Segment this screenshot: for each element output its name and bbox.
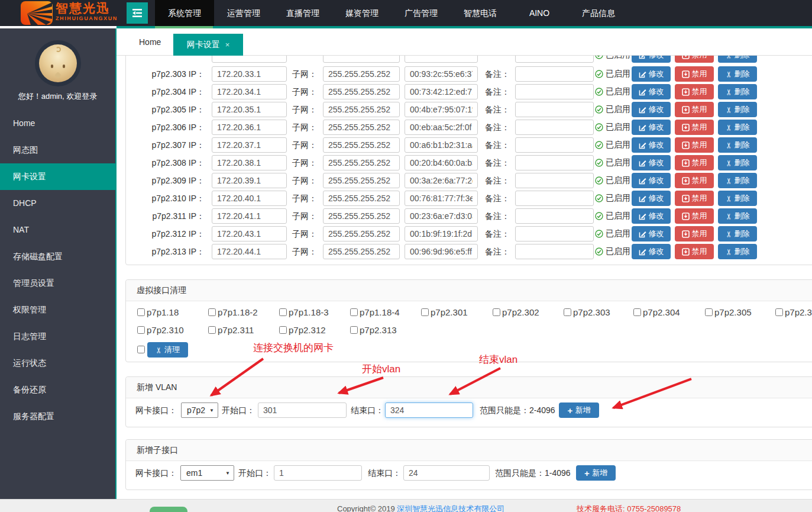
edit-button[interactable]: 修改 bbox=[632, 66, 671, 82]
delete-button[interactable]: ✂删除 bbox=[718, 66, 757, 82]
checkbox-p7p2.311[interactable] bbox=[208, 326, 216, 334]
mac-input[interactable] bbox=[405, 56, 478, 63]
vlan-start-input[interactable] bbox=[258, 402, 347, 418]
checkbox-p7p2.305[interactable] bbox=[705, 308, 713, 316]
nav-item-产品信息[interactable]: 产品信息 bbox=[569, 0, 628, 26]
delete-button[interactable]: ✂删除 bbox=[718, 102, 757, 117]
note-input[interactable] bbox=[515, 120, 594, 135]
cleanup-checkbox-p7p2.303[interactable]: p7p2.303 bbox=[564, 307, 610, 317]
ip-input[interactable] bbox=[212, 226, 287, 241]
cleanup-checkbox-p7p2.302[interactable]: p7p2.302 bbox=[493, 307, 539, 317]
edit-button[interactable]: 修改 bbox=[632, 155, 671, 170]
subif-add-button[interactable]: + 新增 bbox=[576, 465, 616, 481]
checkbox-p7p2.306[interactable] bbox=[775, 308, 783, 316]
note-input[interactable] bbox=[515, 102, 594, 117]
mac-input[interactable] bbox=[405, 226, 478, 241]
ip-input[interactable] bbox=[212, 66, 287, 82]
note-input[interactable] bbox=[515, 208, 594, 224]
cleanup-checkbox-p7p2.306[interactable]: p7p2.306 bbox=[775, 307, 812, 317]
sidebar-item-NAT[interactable]: NAT bbox=[0, 217, 115, 243]
sidebar-item-管理员设置[interactable]: 管理员设置 bbox=[0, 270, 115, 297]
subnet-input[interactable] bbox=[323, 56, 400, 63]
edit-button[interactable]: 修改 bbox=[632, 244, 671, 259]
chat-pill-button[interactable] bbox=[150, 507, 187, 512]
cleanup-checkbox-p7p1.18-4[interactable]: p7p1.18-4 bbox=[350, 307, 400, 317]
subif-end-input[interactable] bbox=[403, 465, 490, 481]
close-icon[interactable]: × bbox=[225, 40, 230, 49]
note-input[interactable] bbox=[515, 244, 594, 259]
ip-input[interactable] bbox=[212, 137, 287, 153]
edit-button[interactable]: 修改 bbox=[632, 84, 671, 99]
mac-input[interactable] bbox=[405, 66, 478, 82]
cleanup-checkbox-p7p2.305[interactable]: p7p2.305 bbox=[705, 307, 752, 317]
disable-button[interactable]: 禁用 bbox=[675, 137, 714, 153]
cleanup-checkbox-p7p1.18[interactable]: p7p1.18 bbox=[137, 307, 179, 317]
delete-button[interactable]: ✂删除 bbox=[718, 155, 757, 170]
ip-input[interactable] bbox=[212, 208, 287, 224]
subnet-input[interactable] bbox=[323, 84, 400, 99]
tab-home[interactable]: Home bbox=[139, 28, 161, 56]
sidebar-item-存储磁盘配置[interactable]: 存储磁盘配置 bbox=[0, 243, 115, 270]
cleanup-checkbox-p7p1.18-2[interactable]: p7p1.18-2 bbox=[208, 307, 258, 317]
note-input[interactable] bbox=[515, 155, 594, 170]
edit-button[interactable]: 修改 bbox=[632, 173, 671, 188]
subif-start-input[interactable] bbox=[274, 465, 362, 481]
subnet-input[interactable] bbox=[323, 208, 400, 224]
disable-button[interactable]: 禁用 bbox=[675, 56, 714, 63]
disable-button[interactable]: 禁用 bbox=[675, 191, 714, 206]
mac-input[interactable] bbox=[405, 120, 478, 135]
edit-button[interactable]: 修改 bbox=[632, 208, 671, 224]
cleanup-checkbox-p7p1.18-3[interactable]: p7p1.18-3 bbox=[279, 307, 329, 317]
nav-item-系统管理[interactable]: 系统管理 bbox=[155, 0, 214, 26]
cleanup-checkbox-p7p2.313[interactable]: p7p2.313 bbox=[350, 325, 397, 335]
note-input[interactable] bbox=[515, 191, 594, 206]
delete-button[interactable]: ✂删除 bbox=[718, 56, 757, 63]
edit-button[interactable]: 修改 bbox=[632, 137, 671, 153]
mac-input[interactable] bbox=[405, 137, 478, 153]
cleanup-checkbox-p7p2.304[interactable]: p7p2.304 bbox=[633, 307, 680, 317]
ip-input[interactable] bbox=[212, 173, 287, 188]
delete-button[interactable]: ✂删除 bbox=[718, 173, 757, 188]
checkbox-p7p1.18-3[interactable] bbox=[279, 308, 287, 316]
delete-button[interactable]: ✂删除 bbox=[718, 191, 757, 206]
mac-input[interactable] bbox=[405, 191, 478, 206]
subnet-input[interactable] bbox=[323, 66, 400, 82]
subnet-input[interactable] bbox=[323, 226, 400, 241]
sidebar-item-备份还原[interactable]: 备份还原 bbox=[0, 376, 115, 403]
nav-item-广告管理[interactable]: 广告管理 bbox=[392, 0, 451, 26]
sidebar-item-日志管理[interactable]: 日志管理 bbox=[0, 323, 115, 350]
sidebar-item-服务器配置[interactable]: 服务器配置 bbox=[0, 403, 115, 430]
note-input[interactable] bbox=[515, 226, 594, 241]
sidebar-item-网卡设置[interactable]: 网卡设置 bbox=[0, 163, 115, 190]
subnet-input[interactable] bbox=[323, 155, 400, 170]
note-input[interactable] bbox=[515, 66, 594, 82]
subnet-input[interactable] bbox=[323, 191, 400, 206]
subnet-input[interactable] bbox=[323, 244, 400, 259]
ip-input[interactable] bbox=[212, 120, 287, 135]
edit-button[interactable]: 修改 bbox=[632, 191, 671, 206]
ip-input[interactable] bbox=[212, 191, 287, 206]
mac-input[interactable] bbox=[405, 244, 478, 259]
nav-item-运营管理[interactable]: 运营管理 bbox=[214, 0, 273, 26]
delete-button[interactable]: ✂删除 bbox=[718, 137, 757, 153]
cleanup-checkbox-p7p2.312[interactable]: p7p2.312 bbox=[279, 325, 326, 335]
checkbox-p7p2.313[interactable] bbox=[350, 326, 358, 334]
checkbox-p7p2.301[interactable] bbox=[421, 308, 429, 316]
disable-button[interactable]: 禁用 bbox=[675, 208, 714, 224]
ip-input[interactable] bbox=[212, 84, 287, 99]
sidebar-item-权限管理[interactable]: 权限管理 bbox=[0, 297, 115, 323]
nav-item-AINO[interactable]: AINO bbox=[510, 0, 569, 26]
delete-button[interactable]: ✂删除 bbox=[718, 84, 757, 99]
disable-button[interactable]: 禁用 bbox=[675, 226, 714, 241]
note-input[interactable] bbox=[515, 56, 594, 63]
edit-button[interactable]: 修改 bbox=[632, 120, 671, 135]
avatar[interactable] bbox=[35, 40, 81, 86]
mac-input[interactable] bbox=[405, 84, 478, 99]
edit-button[interactable]: 修改 bbox=[632, 226, 671, 241]
checkbox-p7p1.18-2[interactable] bbox=[208, 308, 216, 316]
mac-input[interactable] bbox=[405, 208, 478, 224]
nav-item-智慧电话[interactable]: 智慧电话 bbox=[451, 0, 510, 26]
disable-button[interactable]: 禁用 bbox=[675, 66, 714, 82]
note-input[interactable] bbox=[515, 137, 594, 153]
edit-button[interactable]: 修改 bbox=[632, 56, 671, 63]
